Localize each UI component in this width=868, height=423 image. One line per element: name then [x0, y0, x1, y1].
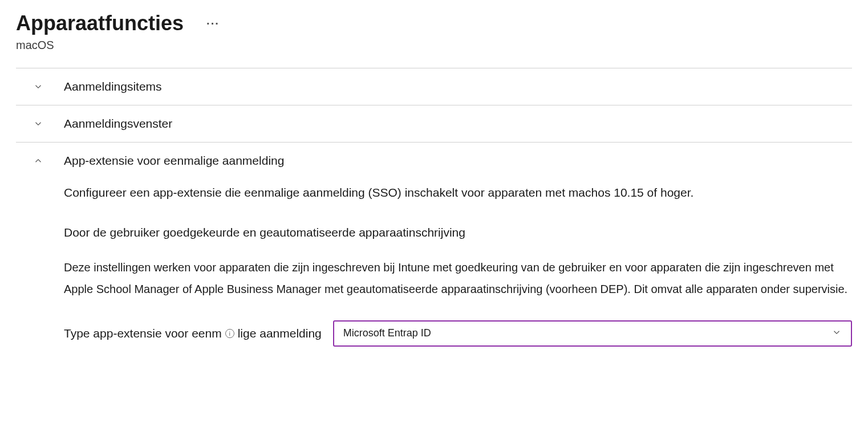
accordion-label-login-window: Aanmeldingsvenster — [64, 117, 172, 131]
chevron-up-icon — [33, 156, 43, 166]
enrollment-heading: Door de gebruiker goedgekeurde en geauto… — [64, 226, 852, 239]
sso-type-label: Type app-extensie voor eenmilige aanmeld… — [64, 327, 322, 340]
sso-type-select[interactable]: Microsoft Entrap ID — [333, 320, 852, 347]
sso-description: Configureer een app-extensie die eenmali… — [64, 184, 852, 202]
chevron-down-icon — [832, 327, 842, 340]
more-options-icon[interactable]: ··· — [206, 17, 220, 30]
accordion-login-items: Aanmeldingsitems — [16, 68, 852, 105]
sso-type-row: Type app-extensie voor eenmilige aanmeld… — [64, 320, 852, 347]
accordion-login-window: Aanmeldingsvenster — [16, 105, 852, 142]
accordion-label-login-items: Aanmeldingsitems — [64, 80, 162, 93]
chevron-down-icon — [33, 82, 43, 92]
accordion-header-login-window[interactable]: Aanmeldingsvenster — [16, 105, 852, 142]
accordion-sso-extension: App-extensie voor eenmalige aanmelding C… — [16, 142, 852, 358]
page-title: Apparaatfuncties — [16, 11, 184, 35]
sso-type-value: Microsoft Entrap ID — [343, 327, 431, 339]
accordion-content-sso-extension: Configureer een app-extensie die eenmali… — [16, 179, 852, 358]
page-title-row: Apparaatfuncties ··· — [16, 11, 852, 35]
accordion-label-sso-extension: App-extensie voor eenmalige aanmelding — [64, 154, 284, 168]
info-icon[interactable]: i — [225, 329, 234, 338]
page-subtitle: macOS — [16, 39, 852, 52]
chevron-down-icon — [33, 119, 43, 129]
accordion-header-sso-extension[interactable]: App-extensie voor eenmalige aanmelding — [16, 143, 852, 179]
page-header: Apparaatfuncties ··· macOS — [16, 11, 852, 52]
sso-type-label-after: lige aanmelding — [238, 327, 322, 340]
accordion-header-login-items[interactable]: Aanmeldingsitems — [16, 68, 852, 105]
sso-type-label-before: Type app-extensie voor eenm — [64, 327, 222, 340]
enrollment-text: Deze instellingen werken voor apparaten … — [64, 257, 852, 300]
